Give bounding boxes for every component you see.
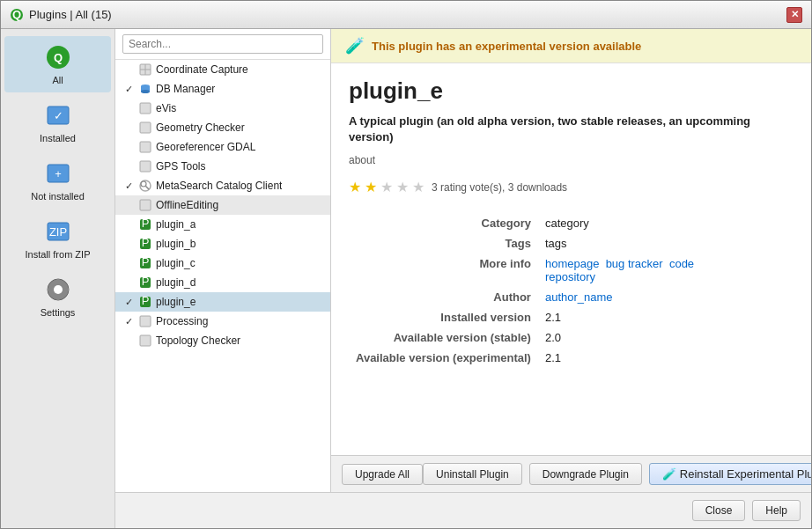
plugin-name: MetaSearch Catalog Client: [156, 180, 282, 192]
plugin-icon-metasearch: [138, 179, 152, 193]
list-item[interactable]: ✓ DB Manager: [115, 79, 330, 99]
help-button[interactable]: Help: [752, 500, 801, 521]
upgrade-all-button[interactable]: Upgrade All: [342, 464, 423, 485]
svg-rect-23: [140, 122, 151, 133]
list-item[interactable]: ✓ MetaSearch Catalog Client: [115, 176, 330, 195]
close-window-button[interactable]: ✕: [786, 7, 802, 23]
svg-text:P: P: [142, 257, 150, 268]
field-label-category: Category: [349, 213, 538, 233]
svg-text:P: P: [142, 296, 150, 307]
sidebar-item-settings[interactable]: Settings: [4, 268, 111, 325]
field-value-author: author_name: [538, 287, 794, 307]
sidebar-item-install-from-zip[interactable]: ZIP Install from ZIP: [4, 210, 111, 267]
list-item[interactable]: P plugin_b: [115, 234, 330, 253]
sidebar-item-not-installed[interactable]: + Not installed: [4, 152, 111, 209]
author-link[interactable]: author_name: [545, 290, 613, 304]
list-item[interactable]: Geometry Checker: [115, 118, 330, 137]
plugin-name: plugin_e: [156, 296, 196, 308]
list-item[interactable]: P plugin_d: [115, 273, 330, 292]
plugin-icon-offline: [138, 198, 152, 212]
plugin-name: Topology Checker: [156, 334, 240, 347]
action-bar: Upgrade All Uninstall Plugin Downgrade P…: [331, 455, 811, 492]
sidebar-item-installed[interactable]: ✓ Installed: [4, 94, 111, 151]
svg-text:Q: Q: [12, 8, 21, 21]
svg-point-21: [141, 90, 150, 93]
plugin-name: plugin_b: [156, 238, 196, 250]
experimental-banner: 🧪 This plugin has an experimental versio…: [331, 29, 811, 63]
star-2: ★: [365, 179, 377, 195]
star-1: ★: [349, 179, 361, 195]
table-row: Installed version 2.1: [349, 307, 794, 327]
detail-table: Category category Tags tags More info ho…: [349, 213, 794, 368]
list-item[interactable]: eVis: [115, 99, 330, 118]
plugin-list: Coordinate Capture ✓ DB Manager: [115, 29, 331, 492]
plugin-list-panel: Coordinate Capture ✓ DB Manager: [115, 29, 811, 492]
uninstall-button[interactable]: Uninstall Plugin: [423, 463, 522, 485]
reinstall-experimental-label: Reinstall Experimental Plugin: [680, 467, 811, 481]
star-4: ★: [396, 179, 409, 195]
svg-rect-12: [56, 279, 59, 283]
title-bar-left: Q Plugins | All (15): [10, 8, 112, 22]
svg-line-28: [146, 187, 150, 190]
zip-icon: ZIP: [44, 217, 72, 246]
close-button[interactable]: Close: [692, 500, 746, 521]
plugin-name: plugin_c: [156, 257, 196, 269]
plugin-icon-plugin-a: P: [138, 217, 152, 231]
list-item[interactable]: P plugin_c: [115, 253, 330, 273]
list-item[interactable]: Topology Checker: [115, 331, 330, 350]
field-label-more-info: More info: [349, 253, 538, 287]
homepage-link[interactable]: homepage: [545, 257, 599, 270]
list-item[interactable]: OfflineEditing: [115, 195, 330, 215]
code-link[interactable]: code: [669, 257, 694, 270]
experimental-flask-icon: 🧪: [345, 36, 365, 55]
experimental-banner-text: This plugin has an experimental version …: [372, 40, 641, 53]
checkbox-checked: ✓: [122, 316, 135, 327]
plugin-icon-georef: [138, 140, 152, 154]
plugin-name: Processing: [156, 315, 208, 327]
star-3: ★: [380, 179, 393, 195]
title-bar: Q Plugins | All (15) ✕: [1, 1, 811, 29]
reinstall-experimental-button[interactable]: 🧪 Reinstall Experimental Plugin: [649, 463, 811, 485]
svg-text:P: P: [142, 276, 150, 288]
plugin-name: OfflineEditing: [156, 199, 218, 211]
list-item[interactable]: GPS Tools: [115, 157, 330, 176]
plugin-name: eVis: [156, 102, 176, 114]
svg-point-27: [141, 181, 146, 187]
plugin-icon-plugin-b: P: [138, 237, 152, 251]
svg-text:Q: Q: [53, 51, 62, 64]
plugin-icon-processing: [138, 314, 152, 328]
downgrade-button[interactable]: Downgrade Plugin: [529, 463, 642, 485]
list-item[interactable]: ✓ P plugin_e: [115, 292, 330, 312]
plugin-icon-plugin-c: P: [138, 256, 152, 270]
list-item[interactable]: Coordinate Capture: [115, 60, 330, 79]
main-content: Q All ✓ Installed: [1, 29, 811, 528]
repository-link[interactable]: repository: [545, 270, 595, 283]
list-item[interactable]: Georeferencer GDAL: [115, 137, 330, 157]
plugin-items: Coordinate Capture ✓ DB Manager: [115, 60, 330, 492]
svg-rect-25: [140, 161, 151, 172]
field-value-experimental: 2.1: [538, 348, 794, 368]
svg-rect-15: [64, 289, 69, 291]
list-item[interactable]: ✓ Processing: [115, 312, 330, 331]
plugin-name: Geometry Checker: [156, 121, 245, 134]
svg-text:P: P: [142, 238, 150, 249]
plugin-icon-topology: [138, 334, 152, 348]
field-value-category: category: [538, 213, 794, 233]
svg-rect-41: [140, 335, 151, 346]
sidebar: Q All ✓ Installed: [1, 29, 115, 528]
svg-text:ZIP: ZIP: [48, 225, 66, 239]
plugin-icon-db: [138, 82, 152, 96]
sidebar-item-installed-label: Installed: [40, 133, 76, 143]
plugin-icon-plugin-d: P: [138, 276, 152, 290]
plugin-icon-evis: [138, 101, 152, 115]
sidebar-item-all[interactable]: Q All: [4, 36, 111, 92]
plugin-icon-coordinate: [138, 62, 152, 77]
svg-rect-22: [140, 103, 151, 114]
plugin-title: plugin_e: [349, 77, 794, 105]
search-input[interactable]: [122, 34, 323, 54]
checkbox-checked: ✓: [122, 297, 135, 308]
bug-tracker-link[interactable]: bug tracker: [606, 257, 663, 270]
plugin-name: Georeferencer GDAL: [156, 141, 255, 153]
plugin-name: GPS Tools: [156, 160, 205, 173]
list-item[interactable]: P plugin_a: [115, 215, 330, 234]
